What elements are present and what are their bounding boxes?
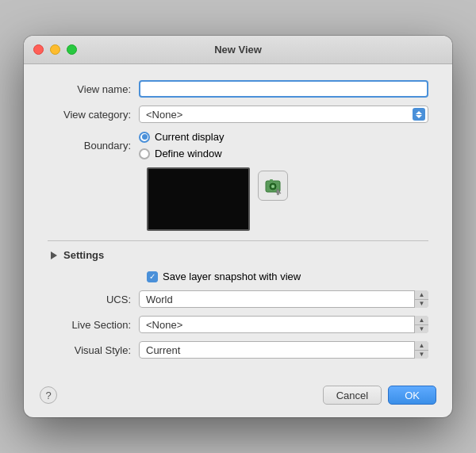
live-section-spinner: ▲ ▼ [414,316,428,333]
define-window-row: Define window [139,148,428,159]
visual-style-select-wrapper: Current ▲ ▼ [139,341,428,359]
boundary-label: Boundary: [48,140,139,152]
save-snapshot-row: ✓ Save layer snapshot with view [147,271,428,282]
ucs-select[interactable]: World [139,290,428,308]
current-display-row: Current display [139,131,428,143]
visual-style-up-button[interactable]: ▲ [415,341,428,351]
live-section-select[interactable]: <None> [139,316,428,333]
visual-style-select[interactable]: Current [139,341,428,359]
live-section-label: Live Section: [48,319,139,331]
divider [48,240,428,241]
view-category-row: View category: <None> [48,106,428,123]
ucs-up-button[interactable]: ▲ [415,290,428,300]
visual-style-spinner: ▲ ▼ [414,341,428,359]
dialog: New View View name: View category: <None… [24,36,452,417]
visual-style-label: Visual Style: [48,344,139,356]
boundary-radio-group: Current display Define window [139,131,428,159]
visual-style-row: Visual Style: Current ▲ ▼ [48,341,428,359]
ucs-select-wrapper: World ▲ ▼ [139,290,428,308]
view-name-input[interactable] [139,80,428,98]
boundary-row: Boundary: Current display Define window [48,131,428,159]
section-triangle-icon [51,251,57,259]
camera-svg [263,176,282,195]
radio-dot [142,134,148,140]
traffic-lights [33,44,77,55]
svg-point-2 [271,185,274,188]
save-snapshot-label: Save layer snapshot with view [163,271,301,282]
preview-box [147,167,250,231]
save-snapshot-checkbox[interactable]: ✓ [147,271,158,282]
footer-buttons: Cancel OK [323,386,436,405]
current-display-label: Current display [155,131,224,143]
ok-button[interactable]: OK [388,386,436,405]
settings-section-title: Settings [63,249,104,261]
help-button[interactable]: ? [40,386,57,404]
view-name-row: View name: [48,80,428,98]
view-category-select[interactable]: <None> [139,106,428,123]
live-section-select-wrapper: <None> ▲ ▼ [139,316,428,333]
maximize-button[interactable] [67,44,77,55]
footer: ? Cancel OK [24,379,452,417]
cancel-button[interactable]: Cancel [323,386,382,405]
view-category-label: View category: [48,109,139,121]
define-window-label: Define window [155,148,222,159]
view-name-label: View name: [48,83,139,95]
live-section-row: Live Section: <None> ▲ ▼ [48,316,428,333]
svg-rect-3 [270,179,273,182]
content-area: View name: View category: <None> Boundar… [24,64,452,379]
titlebar: New View [24,36,452,64]
ucs-down-button[interactable]: ▼ [415,300,428,309]
ucs-spinner: ▲ ▼ [414,290,428,308]
visual-style-down-button[interactable]: ▼ [415,351,428,359]
minimize-button[interactable] [50,44,60,55]
dialog-title: New View [214,44,262,56]
live-section-down-button[interactable]: ▼ [415,325,428,334]
ucs-label: UCS: [48,294,139,305]
settings-section-header[interactable]: Settings [48,248,428,263]
preview-area [147,167,428,231]
close-button[interactable] [33,44,44,55]
current-display-radio[interactable] [139,132,150,143]
ucs-row: UCS: World ▲ ▼ [48,290,428,308]
capture-icon[interactable] [258,171,288,201]
live-section-up-button[interactable]: ▲ [415,316,428,325]
checkmark-icon: ✓ [149,273,155,281]
view-category-select-wrapper: <None> [139,106,428,123]
define-window-radio[interactable] [139,148,150,159]
